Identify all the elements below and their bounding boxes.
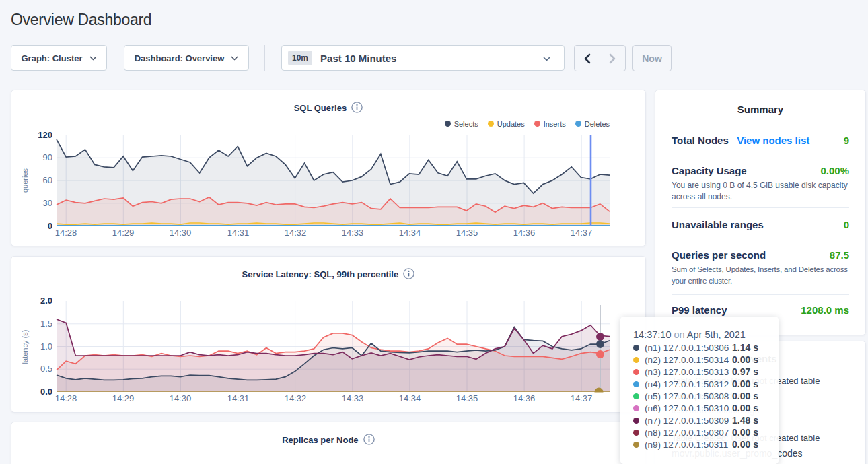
svg-text:latency (s): latency (s): [21, 330, 29, 364]
svg-text:14:32: 14:32: [285, 393, 307, 403]
svg-text:120: 120: [38, 130, 52, 140]
svg-text:14:37: 14:37: [571, 228, 593, 238]
svg-text:14:30: 14:30: [170, 393, 192, 403]
svg-text:14:28: 14:28: [55, 393, 77, 403]
svg-text:14:36: 14:36: [513, 228, 536, 238]
svg-text:0.5: 0.5: [40, 364, 52, 374]
svg-text:14:33: 14:33: [342, 393, 364, 403]
svg-text:14:35: 14:35: [456, 228, 478, 238]
svg-text:14:29: 14:29: [112, 228, 135, 238]
svg-text:30: 30: [43, 198, 52, 208]
svg-text:1.5: 1.5: [40, 319, 52, 329]
svg-text:14:34: 14:34: [399, 228, 421, 238]
svg-text:14:35: 14:35: [456, 393, 478, 403]
svg-text:14:28: 14:28: [55, 228, 77, 238]
svg-text:1.0: 1.0: [40, 341, 52, 352]
svg-text:2.0: 2.0: [40, 296, 52, 306]
svg-text:14:31: 14:31: [227, 393, 250, 403]
svg-text:14:34: 14:34: [399, 393, 421, 403]
svg-text:90: 90: [43, 152, 52, 162]
svg-text:14:30: 14:30: [170, 228, 192, 238]
svg-text:14:36: 14:36: [513, 393, 536, 403]
svg-text:14:33: 14:33: [342, 228, 364, 238]
svg-text:14:32: 14:32: [285, 228, 307, 238]
svg-text:14:29: 14:29: [112, 393, 135, 403]
svg-text:0: 0: [48, 221, 52, 231]
svg-text:14:31: 14:31: [227, 228, 250, 238]
svg-text:0.0: 0.0: [40, 387, 52, 397]
svg-text:queries: queries: [21, 168, 29, 193]
svg-text:14:37: 14:37: [571, 393, 593, 403]
svg-text:60: 60: [43, 175, 52, 185]
